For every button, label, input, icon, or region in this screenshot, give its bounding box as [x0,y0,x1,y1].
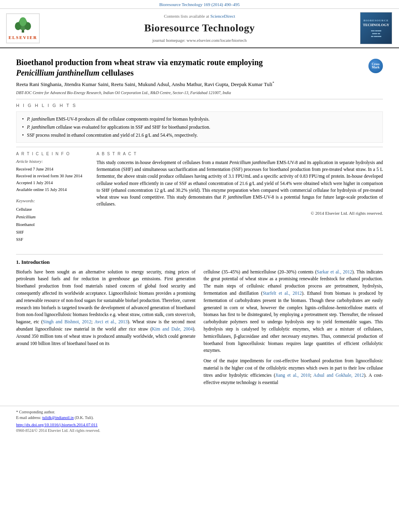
keyword-cellulase: Cellulase [16,206,88,214]
ref-avci[interactable]: Avci et al., 2013 [95,319,128,324]
elsevier-label: ELSEVIER [8,35,37,41]
keywords-label: Keywords: [16,198,88,204]
email-note: E-mail address: tulidk@indianoil.in (D.K… [16,415,383,421]
intro-para-2: cellulose (35–45%) and hemicellulose (20… [204,269,383,355]
ref-jiang[interactable]: Jiang et al., 2010 [276,373,310,378]
introduction-section: 1. Introduction Biofuels have been sough… [16,254,383,389]
page-container: Bioresource Technology 169 (2014) 490–49… [0,0,399,437]
abstract-text: This study concerns in-house development… [97,159,383,208]
article-body: Bioethanol production from wheat straw v… [0,48,399,397]
corresponding-mark: * [272,81,274,85]
crossmark-icon: CrossMark [368,59,383,73]
date-group: Received 7 June 2014 Received in revised… [16,166,88,193]
article-info-header: A R T I C L E I N F O [16,151,88,157]
cover-title-top: BIORESOURCE [364,19,389,23]
journal-homepage: journal homepage: www.elsevier.com/locat… [45,37,354,43]
ref-adsul-gokhale[interactable]: Adsul and Gokhale, 2012 [313,373,364,378]
keyword-bioethanol: Bioethanol [16,221,88,229]
header-area: ELSEVIER Contents lists available at Sci… [0,9,399,48]
crossmark-badge[interactable]: CrossMark [368,59,383,73]
article-title: Bioethanol production from wheat straw v… [16,57,364,78]
journal-citation: Bioresource Technology 169 (2014) 490–49… [159,2,240,7]
list-item: P. janthinellum cellulase was evaluated … [22,123,377,131]
abstract-column: A B S T R A C T This study concerns in-h… [97,151,383,249]
list-item: SSF process resulted in ethanol concentr… [22,131,377,139]
cover-title-main: TECHNOLOGY [363,23,389,28]
received-date: Received 7 June 2014 [16,166,88,173]
ref-starfelt[interactable]: Starfelt et al., 2012 [263,291,302,296]
keywords-list: Cellulase Penicillium Bioethanol SHF SSF [16,206,88,244]
article-history-label: Article history: [16,158,88,164]
authors: Reeta Rani Singhania, Jitendra Kumar Sai… [16,82,272,88]
publisher-logo-area: ELSEVIER [5,12,41,44]
email-link[interactable]: tulidk@indianoil.in [42,415,74,420]
list-item: P. janthinellum EMS-UV-8 produces all th… [22,115,377,123]
cover-decoration: ■■■ ■■■■■■■■■ ■■■■ ■■■■■■ [371,29,381,38]
corresponding-note: * Corresponding author. [16,409,383,415]
article-title-section: Bioethanol production from wheat straw v… [16,57,383,78]
contents-list-text: Contents lists available at [164,14,209,18]
header-right: BIORESOURCE TECHNOLOGY ■■■ ■■■■■■■■■ ■■■… [358,12,394,44]
title-part2: Penicillium janthinellum [16,68,99,77]
footer-bottom: http://dx.doi.org/10.1016/j.biortech.201… [16,422,383,434]
journal-title: Bioresource Technology [45,21,354,35]
keywords-section: Keywords: Cellulase Penicillium Bioethan… [16,198,88,244]
journal-cover-image: BIORESOURCE TECHNOLOGY ■■■ ■■■■■■■■■ ■■■… [360,12,392,44]
title-part3: cellulases [101,68,134,77]
affiliation: DBT-IOC Centre for Advanced Bio-Energy R… [16,90,383,99]
elsevier-logo-box: ELSEVIER [6,13,40,43]
ref-singh-bishnoi[interactable]: Singh and Bishnoi, 2012 [43,319,91,324]
introduction-body-cols: Biofuels have been sought as an alternat… [16,269,383,390]
article-info-column: A R T I C L E I N F O Article history: R… [16,151,88,249]
accepted-date: Accepted 1 July 2014 [16,180,88,187]
page-footer: * Corresponding author. E-mail address: … [0,406,399,437]
elsevier-tree-icon [11,16,35,34]
introduction-title: 1. Introduction [16,259,383,266]
article-info-section: A R T I C L E I N F O Article history: R… [16,151,88,193]
keyword-shf: SHF [16,229,88,236]
homepage-url: www.elsevier.com/locate/biortech [187,38,247,43]
two-col-section: A R T I C L E I N F O Article history: R… [16,147,383,249]
science-direct-line: Contents lists available at ScienceDirec… [45,13,354,19]
intro-col-right: cellulose (35–45%) and hemicellulose (20… [204,269,383,390]
intro-col-left: Biofuels have been sought as an alternat… [16,269,195,390]
header-center: Contents lists available at ScienceDirec… [45,12,354,44]
science-direct-link[interactable]: ScienceDirect [210,14,235,18]
doi-link[interactable]: http://dx.doi.org/10.1016/j.biortech.201… [16,422,383,428]
ref-kim-dale[interactable]: Kim and Dale, 2004 [152,327,193,331]
title-part1: Bioethanol production from wheat straw v… [16,58,263,67]
svg-point-4 [19,17,27,26]
keyword-penicillium: Penicillium [16,214,88,221]
issn-line: 0960-8524/© 2014 Elsevier Ltd. All right… [16,428,383,433]
copyright-line: © 2014 Elsevier Ltd. All rights reserved… [97,210,383,216]
highlights-list: P. janthinellum EMS-UV-8 produces all th… [22,115,377,139]
highlights-box: P. janthinellum EMS-UV-8 produces all th… [16,111,383,143]
journal-top-bar: Bioresource Technology 169 (2014) 490–49… [0,0,399,9]
intro-para-1: Biofuels have been sought as an alternat… [16,269,195,347]
abstract-section: A B S T R A C T This study concerns in-h… [97,151,383,216]
authors-line: Reeta Rani Singhania, Jitendra Kumar Sai… [16,80,383,88]
abstract-header: A B S T R A C T [97,151,383,157]
available-date: Available online 15 July 2014 [16,187,88,193]
revised-date: Received in revised form 30 June 2014 [16,173,88,180]
intro-para-3: One of the major impediments for cost-ef… [204,357,383,386]
crossmark-label: CrossMark [372,63,380,70]
keyword-ssf: SSF [16,236,88,244]
ref-sarkar[interactable]: Sarkar et al., 2012 [317,269,352,274]
highlights-header: H I G H L I G H T S [16,103,383,109]
